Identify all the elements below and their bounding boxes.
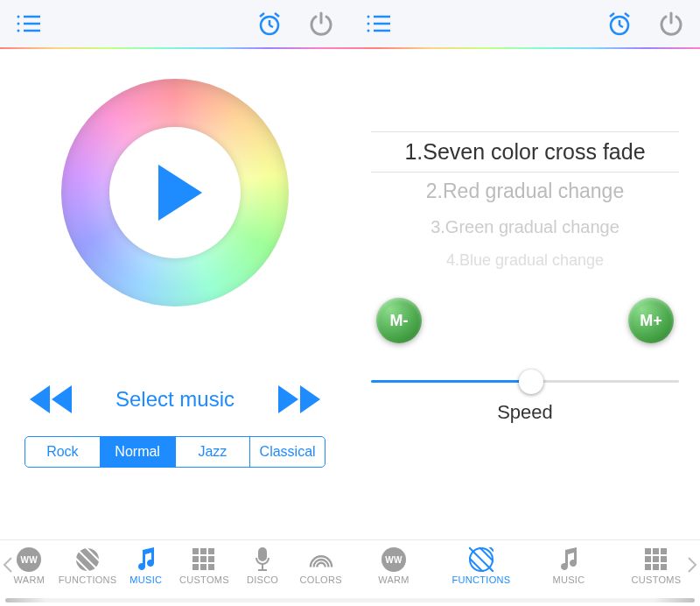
svg-rect-54 bbox=[661, 548, 667, 554]
svg-line-20 bbox=[620, 25, 623, 27]
tab-label: WARM bbox=[378, 574, 410, 585]
svg-marker-24 bbox=[30, 385, 50, 413]
svg-rect-40 bbox=[192, 564, 199, 570]
svg-rect-59 bbox=[653, 564, 659, 570]
chevron-right-icon[interactable] bbox=[686, 556, 698, 574]
list-icon[interactable] bbox=[366, 13, 392, 34]
tab-music[interactable]: MUSIC bbox=[117, 540, 176, 606]
svg-marker-27 bbox=[300, 385, 320, 413]
power-icon[interactable] bbox=[308, 10, 334, 38]
svg-rect-56 bbox=[653, 556, 659, 562]
speed-slider[interactable] bbox=[371, 364, 679, 399]
svg-rect-58 bbox=[645, 564, 651, 570]
svg-rect-42 bbox=[208, 564, 214, 570]
tab-label: DISCO bbox=[247, 574, 278, 585]
svg-rect-60 bbox=[661, 564, 667, 570]
music-pane: Select music RockNormalJazzClassical bbox=[0, 49, 350, 539]
m-plus-button[interactable]: M+ bbox=[628, 298, 674, 343]
header bbox=[0, 0, 700, 47]
m-minus-button[interactable]: M- bbox=[376, 298, 422, 343]
eq-classical[interactable]: Classical bbox=[250, 437, 325, 467]
tab-functions[interactable]: FUNCTIONS bbox=[59, 540, 117, 606]
tab-label: CUSTOMS bbox=[179, 574, 229, 585]
speed-label: Speed bbox=[368, 401, 682, 424]
list-icon[interactable] bbox=[16, 13, 42, 34]
tab-functions[interactable]: FUNCTIONS bbox=[438, 540, 525, 606]
eq-rock[interactable]: Rock bbox=[25, 437, 101, 467]
svg-point-16 bbox=[368, 30, 370, 32]
play-icon bbox=[158, 165, 202, 221]
tab-label: WARM bbox=[14, 574, 46, 585]
cd-disc bbox=[61, 79, 289, 307]
svg-point-12 bbox=[368, 16, 370, 18]
svg-line-50 bbox=[474, 547, 494, 567]
svg-point-4 bbox=[18, 30, 20, 32]
effect-item[interactable]: 4.Blue gradual change bbox=[371, 244, 679, 271]
effects-picker[interactable]: 1.Seven color cross fade2.Red gradual ch… bbox=[368, 131, 682, 271]
svg-rect-36 bbox=[208, 548, 214, 554]
svg-line-8 bbox=[270, 25, 273, 27]
svg-rect-34 bbox=[192, 548, 199, 554]
svg-rect-52 bbox=[645, 548, 651, 554]
effect-item[interactable]: 2.Red gradual change bbox=[371, 173, 679, 210]
svg-marker-25 bbox=[52, 385, 72, 413]
chevron-left-icon[interactable] bbox=[2, 556, 14, 574]
svg-rect-55 bbox=[645, 556, 651, 562]
alarm-icon[interactable] bbox=[606, 10, 634, 38]
tabbar: WWWARMFUNCTIONSMUSICCUSTOMSDISCOCOLORS W… bbox=[0, 539, 700, 606]
tab-label: COLORS bbox=[300, 574, 342, 585]
svg-rect-57 bbox=[661, 556, 667, 562]
next-track-button[interactable] bbox=[278, 385, 322, 413]
svg-line-9 bbox=[260, 13, 264, 17]
play-button[interactable] bbox=[109, 127, 241, 258]
functions-pane: 1.Seven color cross fade2.Red gradual ch… bbox=[350, 49, 700, 539]
svg-marker-26 bbox=[278, 385, 298, 413]
tab-label: FUNCTIONS bbox=[452, 574, 511, 585]
power-icon[interactable] bbox=[658, 10, 684, 38]
tab-disco[interactable]: DISCO bbox=[234, 540, 292, 606]
prev-track-button[interactable] bbox=[28, 385, 72, 413]
svg-line-10 bbox=[275, 13, 279, 17]
eq-jazz[interactable]: Jazz bbox=[176, 437, 251, 467]
eq-normal[interactable]: Normal bbox=[101, 437, 176, 467]
svg-point-2 bbox=[18, 23, 20, 25]
tab-warm[interactable]: WWWARM bbox=[350, 540, 438, 606]
tab-label: FUNCTIONS bbox=[59, 574, 117, 585]
effect-item[interactable]: 1.Seven color cross fade bbox=[371, 131, 679, 173]
effect-item[interactable]: 3.Green gradual change bbox=[371, 210, 679, 244]
eq-segment: RockNormalJazzClassical bbox=[24, 436, 326, 468]
svg-rect-41 bbox=[200, 564, 206, 570]
svg-rect-53 bbox=[653, 548, 659, 554]
svg-rect-37 bbox=[192, 556, 199, 562]
tab-label: CUSTOMS bbox=[632, 574, 682, 585]
tab-label: MUSIC bbox=[130, 574, 162, 585]
svg-point-14 bbox=[368, 23, 370, 25]
tab-label: MUSIC bbox=[553, 574, 585, 585]
svg-rect-38 bbox=[200, 556, 206, 562]
tab-colors[interactable]: COLORS bbox=[291, 540, 350, 606]
tab-music[interactable]: MUSIC bbox=[525, 540, 612, 606]
svg-rect-43 bbox=[259, 548, 266, 560]
svg-rect-35 bbox=[200, 548, 206, 554]
svg-point-0 bbox=[18, 16, 20, 18]
tab-customs[interactable]: CUSTOMS bbox=[175, 540, 234, 606]
select-music-label[interactable]: Select music bbox=[116, 387, 234, 412]
svg-rect-39 bbox=[208, 556, 214, 562]
alarm-icon[interactable] bbox=[256, 10, 284, 38]
svg-line-22 bbox=[625, 13, 629, 17]
svg-line-21 bbox=[610, 13, 614, 17]
